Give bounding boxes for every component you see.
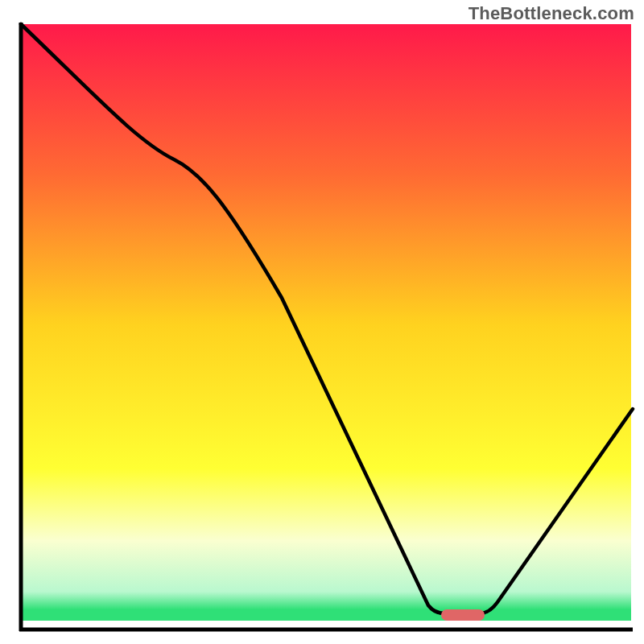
optimum-marker xyxy=(441,609,485,621)
bottleneck-chart xyxy=(0,0,644,644)
plot-area xyxy=(21,24,631,630)
chart-container: TheBottleneck.com xyxy=(0,0,644,644)
watermark-text: TheBottleneck.com xyxy=(469,3,634,24)
